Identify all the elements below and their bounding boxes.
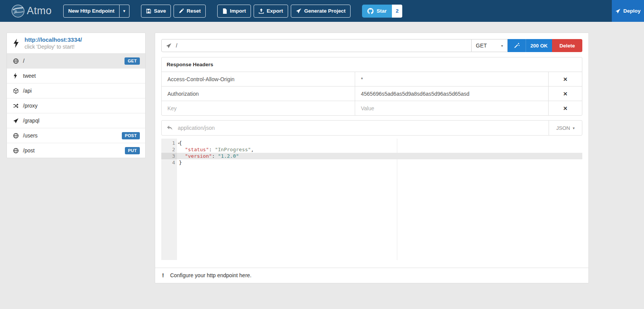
code-token: } bbox=[179, 160, 182, 165]
new-http-endpoint-button[interactable]: New Http Endpoint bbox=[63, 5, 120, 18]
code-token: "status" bbox=[185, 147, 209, 152]
save-icon bbox=[146, 8, 151, 14]
header-key-cell bbox=[162, 87, 355, 101]
sidebar-item-tweet[interactable]: tweet bbox=[7, 68, 145, 83]
magic-wand-button[interactable] bbox=[508, 39, 526, 52]
base-url-link[interactable]: http://localhost:3334/ bbox=[25, 36, 82, 43]
header-value-input[interactable] bbox=[360, 105, 543, 112]
endpoint-label: /grapql bbox=[23, 118, 39, 124]
new-endpoint-caret-button[interactable]: ▾ bbox=[120, 5, 129, 18]
path-input[interactable] bbox=[175, 42, 467, 49]
content-area: http://localhost:3334/ click 'Deploy' to… bbox=[0, 22, 644, 283]
cube-icon bbox=[13, 88, 23, 94]
header-key-cell bbox=[162, 101, 355, 115]
remove-header-button[interactable]: ✕ bbox=[561, 90, 570, 97]
sidebar-item-proxy[interactable]: /proxy bbox=[7, 98, 145, 113]
caret-down-icon: ▾ bbox=[123, 9, 125, 13]
header-key-input[interactable] bbox=[167, 90, 350, 97]
star-count-badge[interactable]: 2 bbox=[392, 5, 402, 18]
editor-gutter: 1 ▾ 2 3 4 bbox=[161, 139, 177, 260]
generate-project-button[interactable]: Generate Project bbox=[291, 5, 351, 18]
body-format-select[interactable]: JSON ▾ bbox=[549, 121, 582, 135]
code-line-active: "version": "1.2.0" bbox=[177, 153, 582, 159]
code-line: "status": "InProgress", bbox=[177, 146, 582, 153]
sidebar-item-api[interactable]: /api bbox=[7, 83, 145, 98]
globe-icon bbox=[13, 58, 23, 64]
header-value-input[interactable] bbox=[360, 76, 543, 83]
star-label: Star bbox=[377, 8, 387, 14]
line-number: 3 bbox=[172, 153, 175, 159]
code-token: : bbox=[209, 147, 215, 152]
github-star-group: Star 2 bbox=[362, 5, 402, 18]
export-button[interactable]: Export bbox=[254, 5, 288, 18]
navbar: Atmo New Http Endpoint ▾ Save Reset bbox=[0, 0, 644, 22]
header-remove-cell: ✕ bbox=[549, 101, 582, 115]
code-token: "version" bbox=[185, 153, 212, 159]
caret-down-icon: ▾ bbox=[501, 44, 503, 48]
code-token: : bbox=[212, 153, 218, 159]
line-number: 4 bbox=[172, 160, 175, 165]
endpoint-editor-panel: GET ▾ 200 OK Delete Response Headers bbox=[155, 33, 589, 283]
header-remove-cell: ✕ bbox=[549, 87, 582, 101]
body-format-value: JSON bbox=[556, 125, 570, 131]
header-value-input[interactable] bbox=[360, 90, 543, 97]
reset-button[interactable]: Reset bbox=[174, 5, 206, 18]
panel-footer: ! Configure your http endpoint here. bbox=[155, 268, 588, 283]
gutter-line-active[interactable]: 3 bbox=[161, 153, 177, 159]
gutter-line[interactable]: 4 bbox=[161, 159, 177, 166]
import-button[interactable]: Import bbox=[217, 5, 251, 18]
exclamation-icon: ! bbox=[162, 272, 164, 278]
header-remove-cell: ✕ bbox=[549, 72, 582, 86]
reply-arrow-icon bbox=[167, 125, 173, 131]
new-endpoint-group: New Http Endpoint ▾ bbox=[63, 5, 129, 18]
atmo-logo-icon bbox=[11, 4, 25, 18]
sidebar-item-grapql[interactable]: /grapql bbox=[7, 113, 145, 128]
reset-label: Reset bbox=[187, 8, 201, 14]
method-selected-value: GET bbox=[476, 43, 487, 49]
header-value-cell bbox=[355, 87, 549, 101]
paper-plane-icon bbox=[13, 118, 23, 124]
deploy-hint: click 'Deploy' to start! bbox=[25, 44, 82, 50]
paper-plane-icon bbox=[166, 43, 172, 49]
brand-title: Atmo bbox=[27, 5, 52, 17]
fold-caret-icon[interactable]: ▾ bbox=[178, 140, 180, 147]
deploy-label: Deploy bbox=[623, 8, 641, 14]
remove-header-button[interactable]: ✕ bbox=[561, 76, 570, 83]
header-key-input[interactable] bbox=[167, 105, 350, 112]
delete-endpoint-button[interactable]: Delete bbox=[552, 39, 582, 52]
export-label: Export bbox=[267, 8, 283, 14]
deploy-button[interactable]: Deploy bbox=[612, 0, 644, 22]
content-type-input-group bbox=[162, 121, 549, 135]
editor-code-area[interactable]: { "status": "InProgress", "version": "1.… bbox=[177, 139, 582, 260]
paper-plane-icon bbox=[615, 8, 621, 14]
code-line: { bbox=[177, 140, 582, 146]
new-http-endpoint-label: New Http Endpoint bbox=[68, 8, 115, 14]
code-token: "1.2.0" bbox=[218, 153, 239, 159]
sidebar-item-users[interactable]: /users POST bbox=[7, 128, 145, 143]
method-select[interactable]: GET ▾ bbox=[472, 39, 508, 52]
remove-header-button[interactable]: ✕ bbox=[561, 105, 570, 112]
path-row: GET ▾ 200 OK Delete bbox=[161, 39, 582, 52]
gutter-line[interactable]: 1 ▾ bbox=[161, 140, 177, 146]
header-row: ✕ bbox=[162, 72, 582, 86]
endpoint-label: / bbox=[23, 58, 25, 64]
header-key-input[interactable] bbox=[167, 76, 350, 83]
sidebar-item-root[interactable]: / GET bbox=[7, 53, 145, 68]
github-star-button[interactable]: Star bbox=[362, 5, 392, 18]
save-button[interactable]: Save bbox=[141, 5, 171, 18]
json-body-editor[interactable]: 1 ▾ 2 3 4 { "status": "InProgress", "ver… bbox=[161, 139, 582, 260]
generate-project-label: Generate Project bbox=[304, 8, 346, 14]
plane-icon bbox=[296, 8, 302, 14]
content-type-input[interactable] bbox=[177, 124, 544, 131]
brand[interactable]: Atmo bbox=[11, 4, 52, 18]
endpoint-label: /post bbox=[23, 147, 34, 154]
sidebar-item-post[interactable]: /post PUT bbox=[7, 143, 145, 158]
status-code-button[interactable]: 200 OK bbox=[526, 39, 552, 52]
code-token: , bbox=[251, 147, 254, 152]
magic-wand-icon bbox=[514, 43, 520, 49]
bolt-icon bbox=[13, 73, 23, 79]
save-label: Save bbox=[154, 8, 166, 14]
gutter-line[interactable]: 2 bbox=[161, 146, 177, 153]
endpoint-sidebar: http://localhost:3334/ click 'Deploy' to… bbox=[7, 33, 146, 158]
line-number: 2 bbox=[172, 147, 175, 152]
